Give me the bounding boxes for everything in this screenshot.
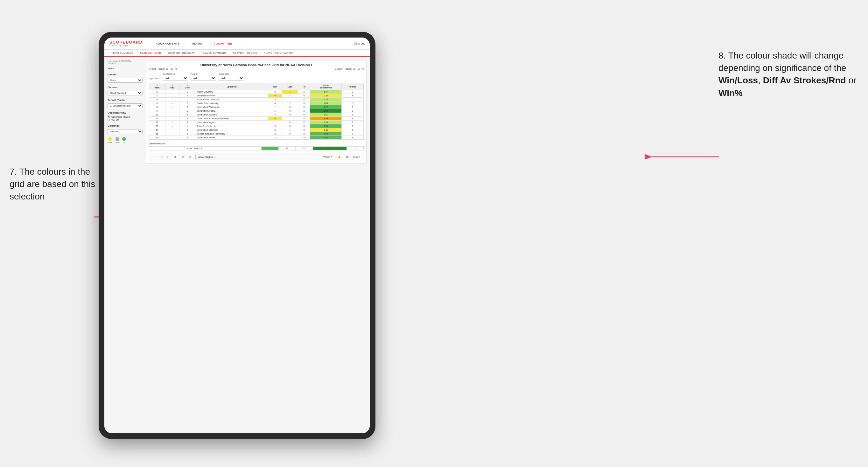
filter-opponent-label: Opponent [219,73,244,75]
toolbar-share[interactable]: Share [352,155,361,159]
nav-bar: SCOREBOARD Powered by clippd TOURNAMENTS… [104,37,370,50]
table-row: 3 2 Vanderbilt University 0 4 0 -2.29 8 [149,94,364,98]
sub-nav-player-summary[interactable]: PLAYER SUMMARY [198,50,230,57]
right-content: University of North Carolina Head-to-Hea… [146,60,367,163]
overall-record: Overall Record: 89 - 17 - 0 [149,67,177,70]
toolbar-view[interactable]: View: Original [195,155,215,159]
cell-diff: 4.50 [310,132,342,136]
legend-up-circle [122,137,126,141]
legend-level: Level [115,137,119,144]
toolbar-right: Watch ▾ 👍 ⊞ Share [322,155,361,159]
cell-diff: 1.83 [310,101,342,105]
cell-conf: 2 [180,101,195,105]
arrow-right-indicator [649,149,719,166]
filter-region: Region (All) [191,73,216,81]
cell-opponent: University of Florida [195,136,268,139]
cell-loss: 1 [282,136,298,139]
sidebar-school-select[interactable]: 1. University of Nort... [107,103,143,108]
cell-rounds: 9 [341,128,363,132]
toolbar-watch[interactable]: Watch ▾ [322,155,334,159]
cell-win: 5 [268,132,282,136]
annotation-right-text: 8. The colour shade will change dependin… [718,51,856,98]
cell-rank: 16 [149,136,165,139]
cell-rank: 13 [149,124,165,128]
nav-committee[interactable]: COMMITTEE [212,41,234,46]
toolbar: ↩ ↪ ↩ ⊞ ⊕ ⏱ View: Original Watch ▾ 👍 ⊞ S… [149,153,364,161]
cell-reg: - [165,124,179,128]
cell-diff: 2.61 [310,113,342,117]
out-division-label: Out of division [149,142,364,145]
sub-nav-player-h2h-heatmap[interactable]: PLAYER H2H HEATMAP [260,50,298,57]
cell-rank: 3 [149,94,165,98]
sidebar-school-label: School (Rank) [107,99,143,101]
cell-opponent: University of Virginia [195,121,268,124]
out-division-table: NCAA Division II 1 0 0 26.00 3 [149,146,364,151]
cell-rounds: 2 [341,109,363,113]
sidebar-opponent-view-label: Opponent View [107,111,143,114]
cell-diff: 6.62 [310,136,342,139]
col-opponent: Opponent [195,83,268,90]
toolbar-redo[interactable]: ↪ [158,155,163,159]
division-record: Division Record: 88 - 17 - 0 [335,67,364,70]
cell-conf [173,147,185,151]
cell-rounds: 9 [341,124,363,128]
sign-out-link[interactable]: | Sign out [352,42,365,45]
toolbar-clock[interactable]: ⏱ [188,155,193,159]
table-row: 6 - 2 Florida State University 4 2 0 1.8… [149,101,364,105]
table-row: 11 - 6 University of Arkansas, Fayettevi… [149,117,364,121]
toolbar-undo[interactable]: ↩ [151,155,156,159]
filter-opponent-select[interactable]: (All) [219,76,244,81]
cell-rank: 6 [149,101,165,105]
opponents-prefix: Opponents: [149,77,160,81]
radio-dot-opponents [107,116,110,118]
cell-win: 1 [268,105,282,109]
table-row: 8 - 2 University of Washington 1 0 0 3.6… [149,105,364,109]
legend-down-circle [108,137,112,141]
nav-tournaments[interactable]: TOURNAMENTS [154,41,182,46]
sidebar-colour-by-select[interactable]: Win/loss [107,129,143,134]
filter-region-select[interactable]: (All) [191,76,216,81]
col-loss: Loss [282,83,298,90]
cell-opponent: University of Arizona [195,109,268,113]
cell-tie: 0 [298,124,310,128]
toolbar-grid-icon[interactable]: ⊞ [345,155,349,159]
cell-tie: 0 [298,105,310,109]
cell-loss: 1 [282,128,298,132]
sub-nav-team-summary[interactable]: TEAM SUMMARY [108,50,137,57]
toolbar-zoom[interactable]: ⊕ [180,155,185,159]
tablet-frame: SCOREBOARD Powered by clippd TOURNAMENTS… [99,32,375,439]
tablet-screen: SCOREBOARD Powered by clippd TOURNAMENTS… [104,37,370,433]
sub-nav-player-h2h-grid[interactable]: PLAYER H2H GRID [230,50,261,57]
cell-tie: 0 [298,94,310,98]
cell-loss: 2 [282,101,298,105]
legend-down: Down [107,137,112,144]
sidebar-division-section: Division NCAA Division I [107,86,143,95]
cell-loss: 1 [282,98,298,101]
cell-diff: -2.29 [310,94,342,98]
cell-loss: 0 [282,121,298,124]
sub-nav-team-h2h-heatmap[interactable]: TEAM H2H HEATMAP [164,50,198,57]
cell-reg [161,147,173,151]
cell-conf: 3 [180,121,195,124]
toolbar-thumbs[interactable]: 👍 [336,155,342,159]
sub-nav-team-h2h-grid[interactable]: TEAM H2H GRID [137,50,164,57]
cell-rounds: 9 [341,90,363,94]
nav-teams[interactable]: TEAMS [189,41,204,46]
sidebar-gender-select[interactable]: Men's [107,78,143,83]
cell-opponent: Vanderbilt University [195,94,268,98]
col-diff: Diff AvStrokes/Rnd [310,83,342,90]
cell-reg: - [165,117,179,121]
toolbar-crop[interactable]: ⊞ [173,155,178,159]
filter-conference-select[interactable]: (All) [163,76,188,81]
toolbar-back[interactable]: ↩ [166,155,170,159]
radio-opponents-played[interactable]: Opponents Played [107,116,143,118]
cell-conf: 1 [180,109,195,113]
sidebar-division-select[interactable]: NCAA Division I [107,91,143,95]
sidebar-radio-group: Opponents Played Top 100 [107,116,143,121]
cell-loss: 1 [282,90,298,94]
cell-rank: 15 [149,132,165,136]
cell-opponent: Florida State University [195,101,268,105]
radio-top100[interactable]: Top 100 [107,119,143,121]
cell-tie: 0 [298,117,310,121]
cell-rounds: 3 [341,117,363,121]
